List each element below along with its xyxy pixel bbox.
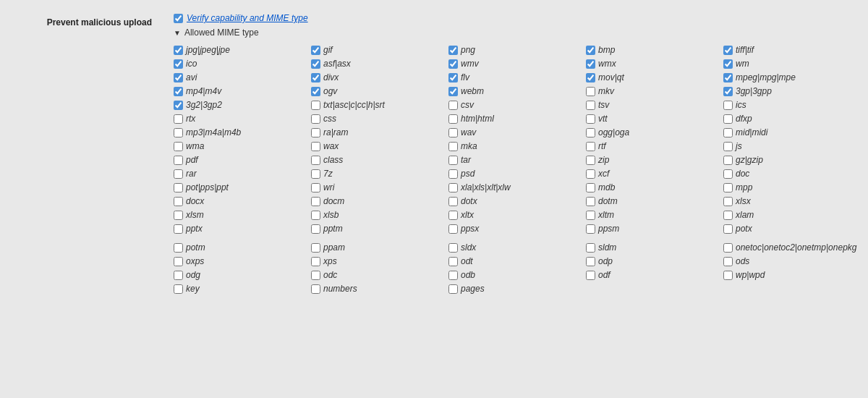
mime-checkbox[interactable] (174, 59, 183, 69)
verify-label[interactable]: Verify capability and MIME type (187, 13, 308, 23)
mime-checkbox[interactable] (586, 156, 595, 165)
mime-checkbox[interactable] (448, 87, 458, 96)
mime-label: ogg|oga (598, 127, 629, 137)
mime-checkbox[interactable] (448, 114, 458, 124)
mime-checkbox[interactable] (174, 271, 183, 280)
mime-checkbox[interactable] (723, 211, 733, 220)
mime-label: oxps (186, 256, 204, 266)
mime-checkbox[interactable] (586, 142, 595, 151)
mime-checkbox[interactable] (586, 73, 595, 82)
mime-checkbox[interactable] (723, 224, 733, 234)
mime-checkbox[interactable] (311, 243, 320, 253)
mime-checkbox[interactable] (723, 128, 733, 137)
mime-checkbox[interactable] (586, 87, 595, 96)
mime-checkbox[interactable] (311, 169, 320, 179)
verify-checkbox[interactable] (174, 14, 183, 23)
mime-item: psd (448, 167, 586, 180)
mime-checkbox[interactable] (311, 142, 320, 151)
mime-checkbox[interactable] (311, 284, 320, 294)
mime-checkbox[interactable] (586, 101, 595, 110)
mime-checkbox[interactable] (448, 224, 458, 234)
mime-checkbox[interactable] (448, 271, 458, 280)
mime-checkbox[interactable] (723, 87, 733, 96)
mime-checkbox[interactable] (586, 243, 595, 253)
mime-checkbox[interactable] (723, 114, 733, 124)
mime-checkbox[interactable] (586, 257, 595, 266)
mime-checkbox[interactable] (448, 243, 458, 253)
mime-checkbox[interactable] (723, 156, 733, 165)
mime-checkbox[interactable] (723, 101, 733, 110)
mime-checkbox[interactable] (174, 211, 183, 220)
mime-checkbox[interactable] (723, 73, 733, 82)
mime-checkbox[interactable] (586, 224, 595, 234)
mime-checkbox[interactable] (448, 128, 458, 137)
mime-checkbox[interactable] (448, 211, 458, 220)
mime-checkbox[interactable] (586, 169, 595, 179)
mime-checkbox[interactable] (723, 257, 733, 266)
mime-checkbox[interactable] (174, 101, 183, 110)
mime-label: 7z (323, 169, 333, 179)
mime-checkbox[interactable] (174, 284, 183, 294)
mime-checkbox[interactable] (174, 114, 183, 124)
mime-checkbox[interactable] (311, 197, 320, 206)
mime-checkbox[interactable] (723, 46, 733, 55)
mime-checkbox[interactable] (586, 128, 595, 137)
mime-checkbox[interactable] (311, 271, 320, 280)
mime-checkbox[interactable] (311, 73, 320, 82)
mime-checkbox[interactable] (448, 257, 458, 266)
mime-checkbox[interactable] (174, 197, 183, 206)
mime-checkbox[interactable] (448, 284, 458, 294)
mime-checkbox[interactable] (174, 183, 183, 192)
mime-item: xcf (586, 167, 723, 180)
mime-checkbox[interactable] (311, 59, 320, 69)
mime-checkbox[interactable] (723, 197, 733, 206)
mime-checkbox[interactable] (723, 243, 733, 253)
mime-checkbox[interactable] (311, 128, 320, 137)
mime-checkbox[interactable] (586, 211, 595, 220)
mime-item: docx (174, 195, 311, 208)
mime-checkbox[interactable] (174, 142, 183, 151)
mime-checkbox[interactable] (448, 46, 458, 55)
mime-checkbox[interactable] (723, 271, 733, 280)
mime-label: pptx (186, 224, 203, 234)
mime-checkbox[interactable] (448, 142, 458, 151)
mime-checkbox[interactable] (586, 46, 595, 55)
mime-checkbox[interactable] (311, 46, 320, 55)
mime-checkbox[interactable] (174, 224, 183, 234)
mime-checkbox[interactable] (723, 183, 733, 192)
mime-label: csv (461, 100, 474, 110)
mime-checkbox[interactable] (586, 271, 595, 280)
mime-checkbox[interactable] (448, 101, 458, 110)
mime-checkbox[interactable] (448, 197, 458, 206)
mime-checkbox[interactable] (311, 101, 320, 110)
mime-item: jpg|jpeg|jpe (174, 43, 311, 56)
mime-checkbox[interactable] (174, 156, 183, 165)
mime-checkbox[interactable] (723, 142, 733, 151)
mime-checkbox[interactable] (174, 169, 183, 179)
mime-checkbox[interactable] (174, 243, 183, 253)
mime-checkbox[interactable] (586, 114, 595, 124)
mime-checkbox[interactable] (311, 224, 320, 234)
mime-checkbox[interactable] (586, 197, 595, 206)
mime-checkbox[interactable] (448, 183, 458, 192)
mime-checkbox[interactable] (174, 73, 183, 82)
mime-checkbox[interactable] (586, 59, 595, 69)
mime-label: docx (186, 196, 204, 206)
mime-checkbox[interactable] (723, 59, 733, 69)
mime-checkbox[interactable] (174, 87, 183, 96)
mime-checkbox[interactable] (311, 156, 320, 165)
mime-checkbox[interactable] (448, 156, 458, 165)
mime-checkbox[interactable] (723, 169, 733, 179)
mime-checkbox[interactable] (448, 169, 458, 179)
mime-checkbox[interactable] (174, 128, 183, 137)
mime-checkbox[interactable] (311, 211, 320, 220)
mime-checkbox[interactable] (311, 114, 320, 124)
mime-checkbox[interactable] (311, 87, 320, 96)
mime-checkbox[interactable] (448, 59, 458, 69)
mime-checkbox[interactable] (174, 257, 183, 266)
mime-checkbox[interactable] (311, 257, 320, 266)
mime-checkbox[interactable] (174, 46, 183, 55)
mime-checkbox[interactable] (448, 73, 458, 82)
mime-checkbox[interactable] (586, 183, 595, 192)
mime-checkbox[interactable] (311, 183, 320, 192)
